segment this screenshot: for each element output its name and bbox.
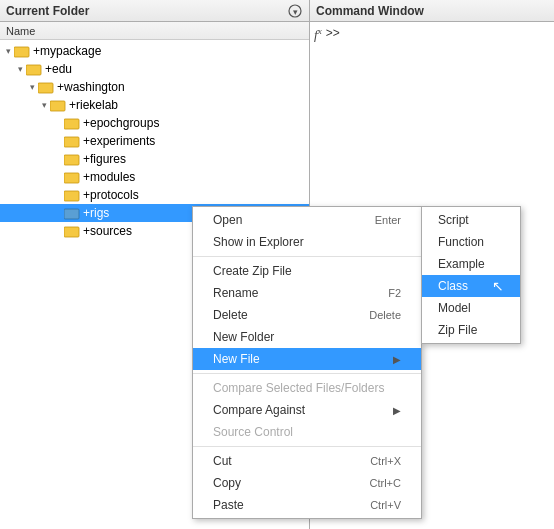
menu-item-new-file[interactable]: New File ▶ — [193, 348, 421, 370]
submenu-item-function[interactable]: Function — [422, 231, 520, 253]
menu-item-delete[interactable]: Delete Delete — [193, 304, 421, 326]
folder-icon — [14, 44, 30, 58]
folder-icon — [26, 62, 42, 76]
submenu-item-model[interactable]: Model — [422, 297, 520, 319]
menu-item-delete-label: Delete — [213, 308, 248, 322]
menu-item-copy-label: Copy — [213, 476, 241, 490]
submenu-item-class-label: Class — [438, 279, 468, 293]
svg-rect-21 — [64, 155, 71, 158]
tree-item-epochgroups[interactable]: ▸ +epochgroups — [0, 114, 309, 132]
tree-item-protocols[interactable]: ▸ +protocols — [0, 186, 309, 204]
menu-item-cut-shortcut: Ctrl+X — [370, 455, 401, 467]
folder-icon — [64, 170, 80, 184]
menu-item-paste[interactable]: Paste Ctrl+V — [193, 494, 421, 516]
svg-rect-18 — [64, 137, 71, 140]
menu-item-open[interactable]: Open Enter — [193, 209, 421, 231]
menu-separator-1 — [193, 256, 421, 257]
menu-item-paste-shortcut: Ctrl+V — [370, 499, 401, 511]
menu-item-show-label: Show in Explorer — [213, 235, 304, 249]
menu-item-rename-shortcut: F2 — [388, 287, 401, 299]
menu-item-create-zip-label: Create Zip File — [213, 264, 292, 278]
svg-rect-24 — [64, 173, 71, 176]
current-folder-title: Current Folder — [6, 4, 89, 18]
menu-item-cut-label: Cut — [213, 454, 232, 468]
submenu-item-example-label: Example — [438, 257, 485, 271]
svg-rect-27 — [64, 191, 71, 194]
menu-item-create-zip[interactable]: Create Zip File — [193, 260, 421, 282]
item-label: +protocols — [83, 188, 139, 202]
svg-rect-6 — [26, 65, 33, 68]
folder-icon — [64, 152, 80, 166]
item-label: +mypackage — [33, 44, 101, 58]
menu-item-copy[interactable]: Copy Ctrl+C — [193, 472, 421, 494]
panel-menu-icon[interactable]: ▾ — [287, 3, 303, 19]
svg-rect-33 — [64, 227, 71, 230]
expand-icon: ▾ — [2, 45, 14, 57]
expand-icon: ▾ — [38, 99, 50, 111]
folder-icon — [64, 206, 80, 220]
submenu-arrow-icon: ▶ — [393, 354, 401, 365]
menu-item-source-control-label: Source Control — [213, 425, 293, 439]
expand-icon: ▾ — [14, 63, 26, 75]
column-header-name: Name — [0, 22, 309, 40]
svg-rect-15 — [64, 119, 71, 122]
expand-icon: ▾ — [26, 81, 38, 93]
tree-item-washington[interactable]: ▾ +washington — [0, 78, 309, 96]
svg-text:▾: ▾ — [293, 7, 298, 17]
item-label: +riekelab — [69, 98, 118, 112]
tree-item-experiments[interactable]: ▸ +experiments — [0, 132, 309, 150]
submenu-new-file: Script Function Example Class ↖ Model Zi… — [421, 206, 521, 344]
fx-icon: fx — [314, 26, 322, 43]
menu-item-open-shortcut: Enter — [375, 214, 401, 226]
folder-icon — [64, 134, 80, 148]
menu-item-open-label: Open — [213, 213, 242, 227]
menu-item-show-in-explorer[interactable]: Show in Explorer — [193, 231, 421, 253]
submenu-item-zip-file-label: Zip File — [438, 323, 477, 337]
submenu-item-class[interactable]: Class ↖ — [422, 275, 520, 297]
tree-item-edu[interactable]: ▾ +edu — [0, 60, 309, 78]
menu-item-cut[interactable]: Cut Ctrl+X — [193, 450, 421, 472]
folder-icon — [50, 98, 66, 112]
menu-item-compare-selected: Compare Selected Files/Folders — [193, 377, 421, 399]
item-label: +modules — [83, 170, 135, 184]
item-label: +sources — [83, 224, 132, 238]
svg-rect-12 — [50, 101, 57, 104]
submenu-item-example[interactable]: Example — [422, 253, 520, 275]
submenu-arrow-compare-icon: ▶ — [393, 405, 401, 416]
tree-item-figures[interactable]: ▸ +figures — [0, 150, 309, 168]
current-folder-header: Current Folder ▾ — [0, 0, 309, 22]
menu-item-rename-label: Rename — [213, 286, 258, 300]
tree-item-mypackage[interactable]: ▾ +mypackage — [0, 42, 309, 60]
item-label: +edu — [45, 62, 72, 76]
svg-rect-3 — [14, 47, 21, 50]
tree-item-riekelab[interactable]: ▾ +riekelab — [0, 96, 309, 114]
item-label: +epochgroups — [83, 116, 159, 130]
menu-item-source-control: Source Control — [193, 421, 421, 443]
folder-icon — [64, 224, 80, 238]
item-label: +figures — [83, 152, 126, 166]
submenu-item-function-label: Function — [438, 235, 484, 249]
menu-item-rename[interactable]: Rename F2 — [193, 282, 421, 304]
menu-item-compare-against-label: Compare Against — [213, 403, 305, 417]
submenu-item-script-label: Script — [438, 213, 469, 227]
context-menu: Open Enter Show in Explorer Create Zip F… — [192, 206, 422, 519]
folder-icon — [64, 188, 80, 202]
submenu-item-zip-file[interactable]: Zip File — [422, 319, 520, 341]
menu-item-new-file-label: New File — [213, 352, 260, 366]
submenu-item-script[interactable]: Script — [422, 209, 520, 231]
menu-item-compare-against[interactable]: Compare Against ▶ — [193, 399, 421, 421]
menu-item-new-folder[interactable]: New Folder — [193, 326, 421, 348]
cursor-icon: ↖ — [492, 278, 504, 294]
item-label: +rigs — [83, 206, 109, 220]
tree-item-modules[interactable]: ▸ +modules — [0, 168, 309, 186]
menu-item-paste-label: Paste — [213, 498, 244, 512]
folder-icon — [38, 80, 54, 94]
submenu-item-model-label: Model — [438, 301, 471, 315]
command-window-title: Command Window — [316, 4, 424, 18]
menu-separator-2 — [193, 373, 421, 374]
item-label: +washington — [57, 80, 125, 94]
menu-item-copy-shortcut: Ctrl+C — [370, 477, 401, 489]
command-prompt: >> — [326, 26, 340, 40]
item-label: +experiments — [83, 134, 155, 148]
menu-item-compare-selected-label: Compare Selected Files/Folders — [213, 381, 384, 395]
